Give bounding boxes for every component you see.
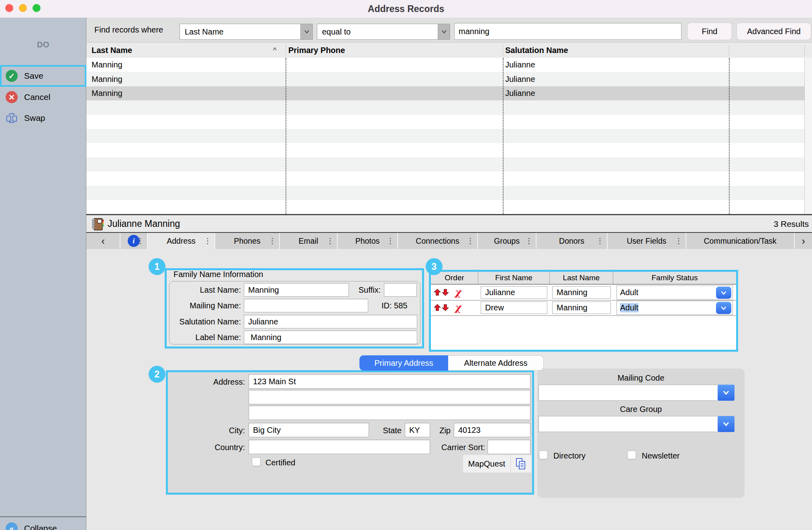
family-status-dropdown-button[interactable] [716, 302, 731, 314]
address-line3-field[interactable] [249, 406, 530, 420]
country-field[interactable] [249, 440, 430, 454]
find-button[interactable]: Find [687, 22, 732, 40]
tab-menu-dots[interactable]: ⋮ [326, 236, 334, 245]
move-down-icon[interactable] [442, 304, 449, 313]
mailing-name-field[interactable] [244, 299, 368, 312]
table-row-empty[interactable] [86, 143, 804, 157]
tab-photos[interactable]: Photos ⋮ [338, 233, 398, 249]
move-down-icon[interactable] [442, 289, 449, 298]
tab-menu-dots[interactable]: ⋮ [596, 236, 604, 245]
column-separator [503, 58, 504, 214]
tab-address[interactable]: Address ⋮ [148, 233, 215, 249]
table-row-empty[interactable] [86, 200, 804, 214]
mailing-code-dropdown-button[interactable] [718, 385, 734, 401]
move-up-icon[interactable] [434, 304, 441, 313]
member-last-name-field[interactable] [552, 302, 611, 314]
tab-menu-dots[interactable]: ⋮ [387, 236, 394, 245]
cancel-button[interactable]: ✕ Cancel [0, 88, 86, 107]
state-field[interactable] [405, 423, 430, 437]
member-first-name-field[interactable] [481, 286, 547, 299]
column-separator [729, 58, 730, 214]
address-line1-field[interactable] [249, 374, 530, 389]
table-row-empty[interactable] [86, 157, 804, 171]
collapse-button[interactable]: « Collapse [0, 519, 86, 530]
save-check-icon: ✓ [6, 70, 18, 82]
mapquest-button[interactable]: MapQuest [463, 455, 511, 473]
suffix-label: Suffix: [345, 285, 381, 295]
tab-menu-dots[interactable]: ⋮ [137, 236, 144, 245]
copy-address-icon[interactable] [511, 455, 531, 473]
tab-alternate-address[interactable]: Alternate Address [448, 355, 544, 371]
tab-menu-dots[interactable]: ⋮ [204, 236, 211, 245]
label-name-field[interactable] [244, 330, 417, 344]
table-row-empty[interactable] [86, 186, 804, 200]
record-id-label: ID: 585 [382, 301, 407, 310]
column-header-last-name[interactable]: Last Name [92, 43, 132, 58]
member-first-name-field[interactable] [481, 302, 547, 314]
member-family-status-field[interactable]: Adult [616, 285, 733, 300]
tab-menu-dots[interactable]: ⋮ [525, 236, 532, 245]
family-status-dropdown-button[interactable] [716, 287, 731, 299]
column-header-salutation-name[interactable]: Salutation Name [505, 43, 568, 58]
directory-checkbox[interactable] [539, 450, 548, 459]
mailing-name-label: Mailing Name: [161, 301, 241, 310]
salutation-name-field[interactable] [244, 315, 417, 328]
swap-button[interactable]: Swap [0, 108, 86, 128]
tab-email[interactable]: Email ⋮ [280, 233, 338, 249]
mailing-code-select[interactable] [539, 385, 734, 401]
member-last-name-field[interactable] [552, 286, 611, 299]
member-family-status-field[interactable]: Adult [616, 301, 733, 315]
tab-menu-dots[interactable]: ⋮ [675, 236, 682, 245]
remove-member-icon[interactable]: χ [455, 287, 461, 297]
scrollbar-track[interactable] [804, 58, 812, 214]
tab-donors[interactable]: Donors ⋮ [537, 233, 608, 249]
table-row-selected[interactable]: Manning Julianne [86, 86, 804, 100]
tab-label: Groups [494, 236, 520, 246]
tab-groups[interactable]: Groups ⋮ [478, 233, 537, 249]
save-button-label: Save [24, 71, 43, 81]
save-button[interactable]: ✓ Save [0, 66, 86, 86]
column-divider [286, 45, 286, 55]
address-line2-field[interactable] [249, 390, 530, 404]
find-operator-select[interactable]: equal to [317, 24, 450, 40]
salutation-name-label: Salutation Name: [161, 317, 241, 326]
table-row[interactable]: Manning Julianne [86, 58, 804, 72]
care-group-dropdown-button[interactable] [718, 416, 734, 432]
column-header-primary-phone[interactable]: Primary Phone [288, 43, 345, 58]
table-row[interactable]: Manning Julianne [86, 72, 804, 86]
tab-communication-task[interactable]: Communication/Task [686, 233, 795, 249]
table-row-empty[interactable] [86, 100, 804, 114]
sort-ascending-icon[interactable]: ^ [273, 43, 276, 58]
tab-menu-dots[interactable]: ⋮ [269, 236, 276, 245]
suffix-field[interactable] [384, 283, 417, 297]
tab-info[interactable]: i ⋮ [120, 233, 148, 249]
results-count: 3 Results [773, 219, 809, 229]
tab-phones[interactable]: Phones ⋮ [215, 233, 280, 249]
last-name-field[interactable] [244, 283, 349, 297]
table-row-empty[interactable] [86, 171, 804, 186]
tab-menu-dots[interactable]: ⋮ [467, 236, 474, 245]
table-row-empty[interactable] [86, 129, 804, 143]
move-up-icon[interactable] [434, 289, 441, 298]
tab-primary-address[interactable]: Primary Address [359, 355, 448, 371]
step-badge-2: 2 [149, 366, 165, 383]
cell-salutation: Julianne [505, 86, 535, 100]
table-row-empty[interactable] [86, 115, 804, 129]
certified-checkbox[interactable] [252, 457, 261, 466]
advanced-find-button[interactable]: Advanced Find [737, 22, 811, 40]
carrier-sort-field[interactable] [488, 440, 530, 454]
sidebar: DO ✓ Save ✕ Cancel Swap [0, 18, 86, 530]
search-query-input[interactable] [454, 23, 681, 40]
newsletter-checkbox[interactable] [627, 450, 636, 459]
tab-user-fields[interactable]: User Fields ⋮ [608, 233, 686, 249]
zip-field[interactable] [454, 423, 530, 437]
remove-member-icon[interactable]: χ [455, 303, 461, 312]
care-group-select[interactable] [539, 416, 734, 432]
tab-scroll-right[interactable]: › [795, 233, 812, 249]
tab-connections[interactable]: Connections ⋮ [398, 233, 478, 249]
column-divider [503, 45, 503, 55]
city-field[interactable] [249, 423, 369, 437]
results-table-body: Manning Julianne Manning Julianne Mannin… [86, 58, 804, 214]
tab-scroll-left[interactable]: ‹ [86, 233, 120, 249]
find-field-select[interactable]: Last Name [180, 24, 313, 40]
